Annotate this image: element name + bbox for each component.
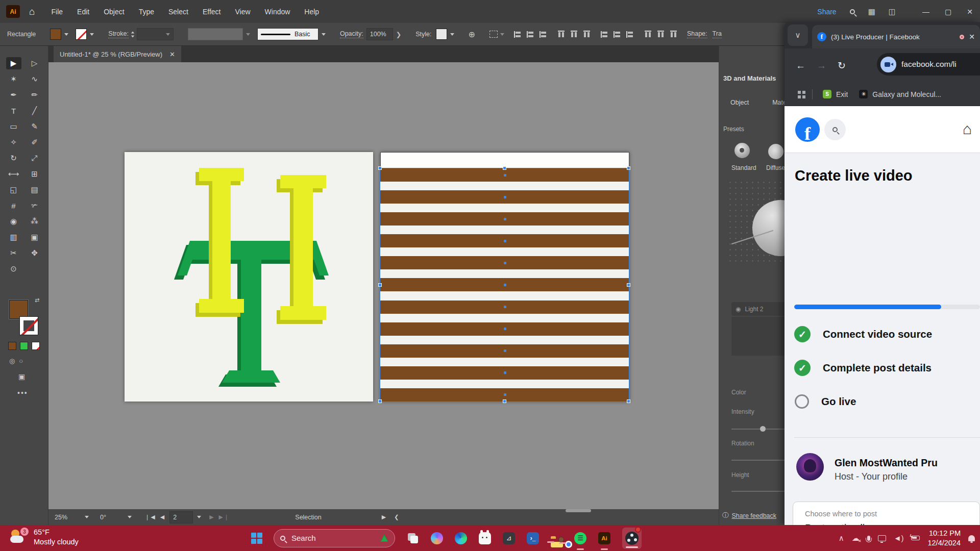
brown-stripe[interactable]: [380, 344, 629, 358]
visibility-eye-icon[interactable]: ◉: [736, 306, 741, 313]
gradient-mode-button[interactable]: [20, 342, 28, 350]
pencil-tool[interactable]: ✐: [27, 136, 42, 148]
facebook-logo[interactable]: f: [795, 117, 820, 142]
scale-tool[interactable]: ⤢: [27, 152, 42, 164]
prev-artboard-icon[interactable]: ◀: [160, 514, 165, 520]
zoom-tool[interactable]: ⊙: [6, 263, 21, 275]
variable-width-profile[interactable]: [188, 28, 243, 40]
bounding-box-icon[interactable]: [489, 31, 498, 38]
status-play-icon[interactable]: ▶: [382, 514, 387, 520]
facebook-home-icon[interactable]: ⌂: [963, 120, 972, 138]
horizontal-scrollbar[interactable]: [566, 509, 591, 512]
graphic-style-swatch[interactable]: [436, 29, 447, 40]
restore-button[interactable]: ▢: [945, 8, 951, 16]
back-icon[interactable]: ←: [796, 60, 805, 71]
tab-object[interactable]: Object: [730, 99, 749, 106]
document-setup-icon[interactable]: ⊕: [469, 30, 475, 39]
edit-toolbar-icon[interactable]: •••: [17, 389, 28, 397]
menu-select[interactable]: Select: [168, 8, 188, 16]
tab-materials[interactable]: Materi: [772, 99, 785, 106]
illustrator-button[interactable]: Ai: [598, 532, 610, 544]
preset-standard-sphere[interactable]: [734, 143, 750, 158]
selection-tool[interactable]: ▶: [6, 57, 21, 69]
post-destination-card[interactable]: Choose where to post Post on timeline: [793, 502, 980, 525]
lighting-sphere[interactable]: [752, 200, 785, 256]
swap-fill-stroke-icon[interactable]: ⇄: [35, 297, 39, 304]
menu-window[interactable]: Window: [265, 8, 290, 16]
share-feedback-link[interactable]: ⓘ Share feedback: [722, 511, 776, 520]
distribute-vbottom-icon[interactable]: [626, 31, 634, 38]
notification-bell-icon[interactable]: [968, 535, 975, 541]
menu-view[interactable]: View: [235, 8, 250, 16]
magic-wand-tool[interactable]: ✶: [6, 73, 21, 85]
copilot-icon[interactable]: [431, 532, 443, 544]
tab-search-chevron-icon[interactable]: ∨: [788, 24, 808, 46]
brown-stripe[interactable]: [380, 278, 629, 291]
distribute-horizontal-icon[interactable]: [645, 31, 651, 38]
rotate-tool[interactable]: ↻: [6, 152, 21, 164]
screen-mode-icon[interactable]: ▣: [18, 372, 25, 381]
camera-permission-icon[interactable]: [880, 57, 896, 72]
direct-selection-tool[interactable]: ▷: [27, 57, 42, 69]
anchor-point[interactable]: [504, 218, 506, 220]
anchor-point[interactable]: [504, 349, 506, 352]
rotation-slider[interactable]: [731, 460, 785, 461]
zoom-dropdown-caret[interactable]: [85, 516, 89, 518]
transform-label[interactable]: Tra: [713, 30, 722, 38]
brown-stripe[interactable]: [380, 300, 629, 314]
task-view-icon[interactable]: [407, 532, 419, 544]
stroke-color-well[interactable]: [19, 316, 38, 335]
document-tab[interactable]: Untitled-1* @ 25 % (RGB/Preview) ✕: [54, 46, 181, 62]
menu-type[interactable]: Type: [139, 8, 154, 16]
artboard-dropdown-caret[interactable]: [197, 516, 201, 518]
opacity-label[interactable]: Opacity:: [340, 30, 363, 38]
distribute-hcenter-icon[interactable]: [657, 31, 664, 38]
chatgpt-bookmark-icon[interactable]: ✳: [859, 90, 868, 98]
illustrator-app-icon[interactable]: Ai: [6, 5, 20, 18]
draw-normal-icon[interactable]: ◎: [9, 357, 15, 365]
stroke-color-swatch[interactable]: [76, 29, 87, 40]
stroke-weight-label[interactable]: Stroke:: [108, 30, 129, 38]
artboard-number[interactable]: 2: [169, 511, 193, 523]
anchor-point[interactable]: [504, 306, 506, 308]
slice-tool[interactable]: ✂: [6, 247, 21, 259]
apps-grid-icon[interactable]: [798, 91, 801, 94]
align-top-icon[interactable]: [558, 31, 565, 38]
align-right-icon[interactable]: [540, 31, 547, 38]
share-button[interactable]: Share: [817, 8, 836, 16]
draw-behind-icon[interactable]: ○: [19, 357, 23, 365]
volume-icon[interactable]: ◄): [894, 534, 904, 542]
reload-icon[interactable]: ↻: [838, 60, 846, 71]
anchor-point[interactable]: [504, 328, 506, 330]
facebook-search-button[interactable]: [824, 119, 846, 140]
column-graph-tool[interactable]: ▥: [6, 231, 21, 243]
fill-color-swatch[interactable]: [50, 29, 61, 40]
minimize-button[interactable]: —: [922, 8, 929, 16]
brown-stripe[interactable]: [380, 322, 629, 336]
style-dropdown-caret[interactable]: [450, 33, 454, 36]
shopify-bookmark-icon[interactable]: S: [823, 90, 831, 98]
mesh-tool[interactable]: #: [6, 199, 21, 212]
document-close-icon[interactable]: ✕: [169, 51, 175, 58]
artboard-tool[interactable]: ▣: [27, 231, 42, 243]
distribute-vertical-icon[interactable]: [601, 31, 608, 38]
align-center-icon[interactable]: [527, 31, 534, 38]
brown-stripe[interactable]: [380, 234, 629, 247]
menu-edit[interactable]: Edit: [77, 8, 89, 16]
none-mode-button[interactable]: [32, 342, 40, 350]
hand-tool[interactable]: ✥: [27, 247, 42, 259]
light-2-row[interactable]: ◉ Light 2: [731, 302, 785, 316]
brown-stripe[interactable]: [380, 212, 629, 226]
anchor-point[interactable]: [504, 284, 506, 286]
artboard-1[interactable]: [125, 152, 373, 402]
shape-builder-tool[interactable]: ◱: [6, 184, 21, 196]
avatar[interactable]: [796, 453, 824, 481]
distribute-vcenter-icon[interactable]: [614, 31, 621, 38]
close-button[interactable]: ✕: [967, 8, 973, 16]
rectangle-tool[interactable]: ▭: [6, 120, 21, 133]
distribute-hright-icon[interactable]: [670, 31, 677, 38]
battery-icon[interactable]: [911, 536, 920, 540]
menu-help[interactable]: Help: [304, 8, 319, 16]
brown-stripe[interactable]: [380, 366, 629, 380]
menu-effect[interactable]: Effect: [203, 8, 221, 16]
